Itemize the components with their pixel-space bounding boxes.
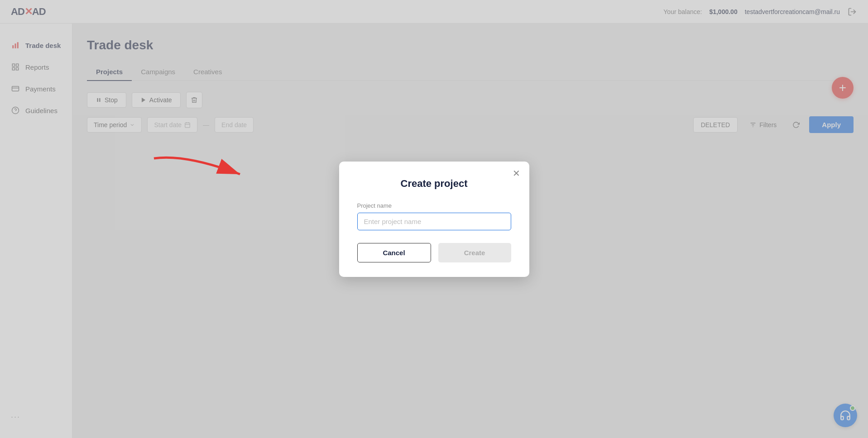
project-name-input[interactable] (357, 213, 511, 230)
modal-actions: Cancel Create (357, 243, 511, 262)
modal-cancel-button[interactable]: Cancel (357, 243, 431, 262)
modal-title: Create project (357, 178, 511, 190)
modal-close-button[interactable]: ✕ (513, 169, 520, 178)
create-project-modal: ✕ Create project Project name Cancel Cre… (339, 162, 529, 277)
modal-create-button[interactable]: Create (438, 243, 511, 262)
modal-overlay[interactable]: ✕ Create project Project name Cancel Cre… (0, 0, 868, 438)
modal-field-label: Project name (357, 202, 511, 209)
